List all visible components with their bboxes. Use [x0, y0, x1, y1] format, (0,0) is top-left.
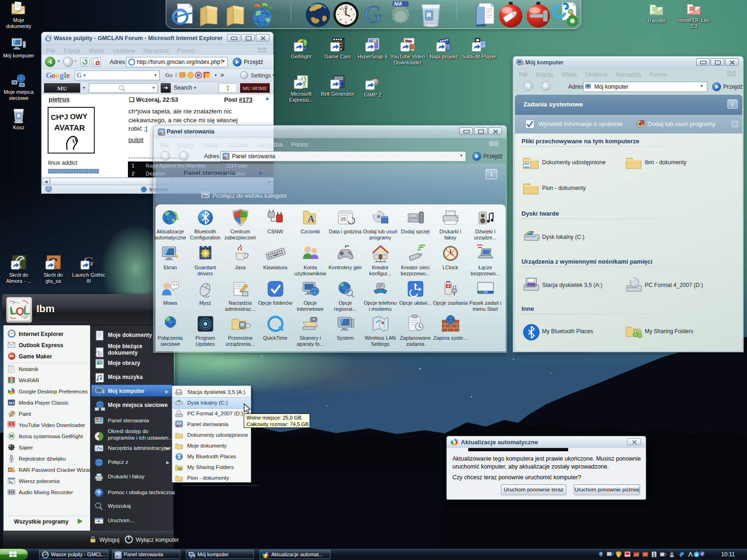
svg-text:N/A: N/A: [394, 1, 402, 7]
svg-text:321: 321: [9, 401, 14, 405]
svg-text:CH*J OWY: CH*J OWY: [51, 112, 88, 121]
svg-text:e: e: [66, 71, 70, 80]
svg-text:L: L: [23, 304, 30, 317]
svg-text:AVATAR: AVATAR: [54, 123, 85, 133]
svg-text:G: G: [364, 2, 382, 28]
svg-text:g: g: [60, 71, 64, 80]
svg-text:?: ?: [97, 490, 101, 497]
svg-text:o: o: [51, 71, 56, 80]
svg-text:!: !: [618, 552, 619, 557]
svg-text:o: o: [56, 71, 60, 80]
